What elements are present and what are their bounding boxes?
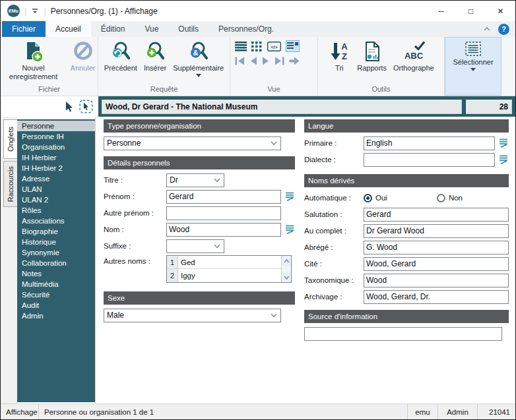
cite-input[interactable] [364,257,509,271]
form-area: Type personne/organisation Personne Déta… [95,117,515,404]
tab-outils[interactable]: Outils [168,21,209,37]
chevron-down-icon [214,178,224,183]
autre-prenom-input[interactable] [166,206,281,220]
type-personne-select[interactable]: Personne [104,136,281,150]
spelling-button[interactable]: ABC Orthographe [390,38,437,73]
ribbon-tab-row: Fichier Accueil Édition Vue Outils Perso… [1,21,515,37]
tab-vue[interactable]: Vue [135,21,168,37]
radio-non-label: Non [449,194,463,202]
autres-noms-row[interactable]: 1 Ged [167,256,281,269]
chevron-down-icon [271,141,280,146]
nav-item-ulan-2[interactable]: ULAN 2 [17,195,95,205]
sort-button[interactable]: A Z Tri [325,38,354,73]
primaire-input[interactable] [364,136,495,150]
tab-accueil[interactable]: Accueil [46,21,91,37]
prenom-input[interactable] [166,190,281,204]
nav-item-multimedia[interactable]: Multimédia [17,279,95,289]
lookup-list-icon[interactable] [284,224,295,235]
autres-noms-grid[interactable]: 1 Ged 2 Iggy [166,255,292,283]
ribbon-group-vue: </> [230,37,318,96]
titre-select[interactable]: Dr [166,173,224,187]
spelling-label: Orthographe [393,64,434,73]
code-view-icon[interactable]: </> [267,42,281,51]
grid-view-icon[interactable] [251,42,263,51]
source-information-input[interactable] [304,327,502,341]
record-header-gutter [1,96,98,117]
status-record-info: Personne ou organisation 1 de 1 [38,404,407,419]
nav-item-ih-herbier[interactable]: IH Herbier [17,152,95,163]
nav-item-synonymie[interactable]: Synonymie [17,247,95,258]
list-view-icon[interactable] [235,42,247,51]
side-tab-raccourcis[interactable]: Raccourcis [3,161,17,207]
pointer-cursor-icon[interactable] [65,101,74,112]
nav-item-adresse[interactable]: Adresse [17,173,95,184]
lookup-list-icon[interactable] [498,154,509,165]
reports-button[interactable]: Rapports [354,38,390,73]
minimize-button[interactable]: ─ [426,1,456,21]
scroll-up-icon[interactable] [282,256,291,266]
nav-item-admin[interactable]: Admin [17,311,95,321]
radio-oui[interactable] [364,194,372,202]
more-search-button[interactable]: & Supplémentaire [170,38,227,77]
goto-record-icon[interactable] [289,57,300,65]
suffixe-select[interactable] [166,239,224,253]
nav-item-collaboration[interactable]: Collaboration [17,258,95,268]
tab-edition[interactable]: Édition [91,21,135,37]
close-button[interactable]: ✕ [486,1,515,21]
tab-fichier[interactable]: Fichier [2,21,46,37]
tab-personnes-org[interactable]: Personnes/Org. [209,21,284,37]
ribbon-group-outils: A Z Tri [318,37,445,96]
abrege-input[interactable] [364,241,509,255]
nav-item-ih-herbier-2[interactable]: IH Herbier 2 [17,163,95,173]
ribbon-group-fichier: Nouvel enregistrement Annuler Fichier [1,37,98,96]
nav-item-associations[interactable]: Associations [17,216,95,226]
salutation-input[interactable] [364,208,509,222]
nav-item-roles[interactable]: Rôles [17,205,95,216]
new-record-button[interactable]: Nouvel enregistrement [0,38,67,81]
next-record-icon[interactable] [262,57,270,65]
au-complet-input[interactable] [364,224,509,238]
quick-access-dropdown-icon[interactable] [31,8,39,15]
previous-record-icon[interactable] [249,57,257,65]
nav-item-securite[interactable]: Sécurité [17,289,95,300]
grid-scrollbar[interactable] [281,256,291,282]
nav-item-historique[interactable]: Historique [17,237,95,247]
search-more-icon: & [187,40,210,63]
cancel-label: Annuler [71,64,96,73]
marquee-select-icon[interactable] [79,100,93,113]
titlebar-separator: | [44,6,46,16]
taxonomique-input[interactable] [364,274,509,287]
help-icon[interactable]: ? [498,24,509,35]
lookup-list-icon[interactable] [284,191,295,202]
radio-non[interactable] [437,194,445,202]
collapse-ribbon-icon[interactable] [484,27,490,31]
nav-item-personne[interactable]: Personne [17,121,95,131]
nav-item-biographie[interactable]: Biographie [17,226,95,237]
title-bar: EMu | | Personnes/Org. (1) - Affichage ─… [1,1,515,21]
side-tab-onglets[interactable]: Onglets [3,119,17,159]
svg-text:&: & [193,49,198,57]
group-name-vue: Vue [232,85,315,96]
form-view-icon[interactable] [286,40,300,52]
previous-search-button[interactable]: Précédent [101,38,141,73]
dialecte-input[interactable] [364,153,495,167]
scroll-down-icon[interactable] [282,272,291,282]
archivage-input[interactable] [364,290,509,304]
row-value: Iggy [178,269,281,282]
app-window: EMu | | Personnes/Org. (1) - Affichage ─… [0,0,516,420]
nav-item-ulan[interactable]: ULAN [17,184,95,195]
maximize-button[interactable]: □ [456,1,486,21]
nav-item-personne-ih[interactable]: Personne IH [17,131,95,142]
select-button[interactable]: Sélectionner [449,38,496,71]
first-record-icon[interactable] [235,57,245,65]
au-complet-label: Au complet : [304,227,364,235]
autres-noms-row[interactable]: 2 Iggy [167,269,281,282]
sexe-select[interactable]: Male [104,309,281,322]
lookup-list-icon[interactable] [498,138,509,148]
nav-item-audit[interactable]: Audit [17,300,95,311]
insert-search-button[interactable]: Insérer [141,38,170,73]
nav-item-organisation[interactable]: Organisation [17,142,95,152]
nav-item-notes[interactable]: Notes [17,268,95,279]
nom-input[interactable] [166,223,281,237]
last-record-icon[interactable] [274,57,284,65]
